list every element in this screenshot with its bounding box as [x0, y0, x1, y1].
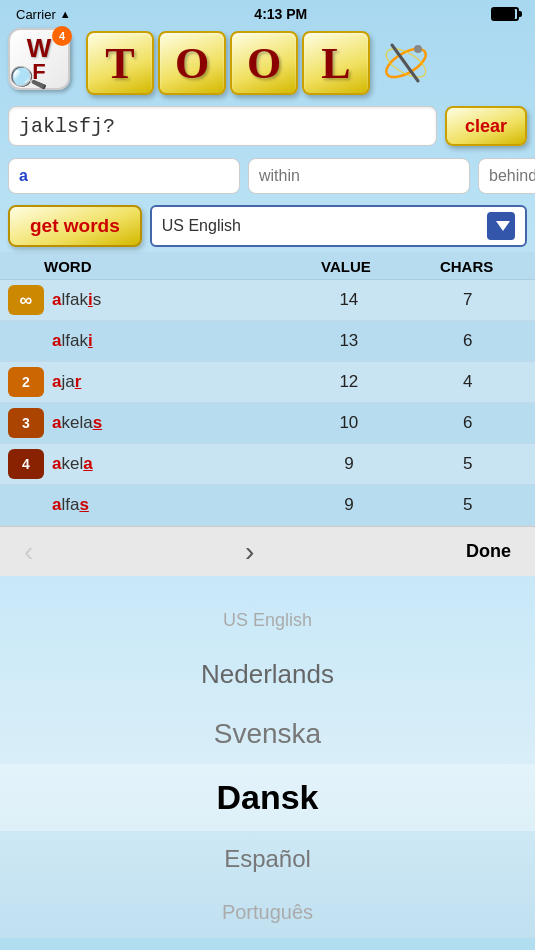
- get-words-button[interactable]: get words: [8, 205, 142, 247]
- lang-option-us-english[interactable]: US English: [0, 596, 535, 645]
- table-row: ∞ alfakis 14 7: [0, 280, 535, 321]
- row-value: 10: [290, 413, 409, 433]
- tile-L: L: [302, 31, 370, 95]
- row-badge-empty: [8, 326, 44, 356]
- row-chars: 6: [408, 413, 527, 433]
- table-row: 2 ajar 12 4: [0, 362, 535, 403]
- status-bar: Carrier ▲ 4:13 PM: [0, 0, 535, 28]
- wifi-icon: ▲: [60, 8, 71, 20]
- row-word: alfaki: [44, 331, 290, 351]
- table-row: alfaki 13 6: [0, 321, 535, 362]
- chevron-down-icon: [496, 221, 510, 231]
- row-chars: 7: [408, 290, 527, 310]
- done-button[interactable]: Done: [466, 541, 511, 562]
- action-row: get words US English: [0, 200, 535, 252]
- contains-input[interactable]: [248, 158, 470, 194]
- tile-O1: O: [158, 31, 226, 95]
- language-picker: US English Nederlands Svenska Dansk Espa…: [0, 576, 535, 938]
- time-label: 4:13 PM: [254, 6, 307, 22]
- search-input-wrapper[interactable]: [8, 106, 437, 146]
- battery-icon: [491, 7, 519, 21]
- row-badge-2: 2: [8, 367, 44, 397]
- logo-w-letter: W: [27, 35, 52, 61]
- dropdown-arrow-icon: [487, 212, 515, 240]
- row-word: akelas: [44, 413, 290, 433]
- lang-option-nederlands[interactable]: Nederlands: [0, 645, 535, 704]
- app-header: W F 4 🔍 T O O L: [0, 28, 535, 100]
- app-logo: W F 4 🔍: [8, 28, 78, 98]
- row-value: 9: [290, 495, 409, 515]
- search-input[interactable]: [19, 115, 426, 138]
- row-value: 14: [290, 290, 409, 310]
- row-value: 13: [290, 331, 409, 351]
- col-word: WORD: [44, 258, 286, 275]
- table-row: alfas 9 5: [0, 485, 535, 526]
- language-dropdown-value: US English: [162, 217, 241, 235]
- results-table: WORD VALUE CHARS ∞ alfakis 14 7 alfaki 1…: [0, 252, 535, 526]
- bottom-toolbar: ‹ › Done: [0, 526, 535, 576]
- orbit-icon: [376, 33, 436, 93]
- col-chars: CHARS: [406, 258, 527, 275]
- title-tiles: T O O L: [78, 31, 527, 95]
- tile-O2: O: [230, 31, 298, 95]
- logo-badge: 4: [52, 26, 72, 46]
- col-value: VALUE: [286, 258, 407, 275]
- row-chars: 5: [408, 495, 527, 515]
- row-word: alfakis: [44, 290, 290, 310]
- row-badge-3: 3: [8, 408, 44, 438]
- row-word: akela: [44, 454, 290, 474]
- lang-option-svenska[interactable]: Svenska: [0, 704, 535, 764]
- table-row: 4 akela 9 5: [0, 444, 535, 485]
- row-badge-empty: [8, 490, 44, 520]
- search-row: clear: [0, 100, 535, 152]
- carrier-text: Carrier: [16, 7, 56, 22]
- lang-option-portugues[interactable]: Português: [0, 887, 535, 938]
- row-chars: 4: [408, 372, 527, 392]
- tile-T: T: [86, 31, 154, 95]
- language-dropdown[interactable]: US English: [150, 205, 527, 247]
- prev-button[interactable]: ‹: [24, 536, 33, 568]
- carrier-label: Carrier ▲: [16, 7, 71, 22]
- ends-with-input[interactable]: [478, 158, 535, 194]
- starts-with-input[interactable]: [8, 158, 240, 194]
- row-value: 12: [290, 372, 409, 392]
- clear-button[interactable]: clear: [445, 106, 527, 146]
- svg-point-3: [414, 45, 422, 53]
- filter-row: [0, 152, 535, 200]
- table-header: WORD VALUE CHARS: [0, 252, 535, 280]
- table-row: 3 akelas 10 6: [0, 403, 535, 444]
- row-word: ajar: [44, 372, 290, 392]
- row-word: alfas: [44, 495, 290, 515]
- row-badge-inf: ∞: [8, 285, 44, 315]
- row-badge-4: 4: [8, 449, 44, 479]
- row-value: 9: [290, 454, 409, 474]
- lang-option-espanol[interactable]: Español: [0, 831, 535, 887]
- lang-option-dansk[interactable]: Dansk: [0, 764, 535, 831]
- row-chars: 5: [408, 454, 527, 474]
- next-button[interactable]: ›: [245, 536, 254, 568]
- row-chars: 6: [408, 331, 527, 351]
